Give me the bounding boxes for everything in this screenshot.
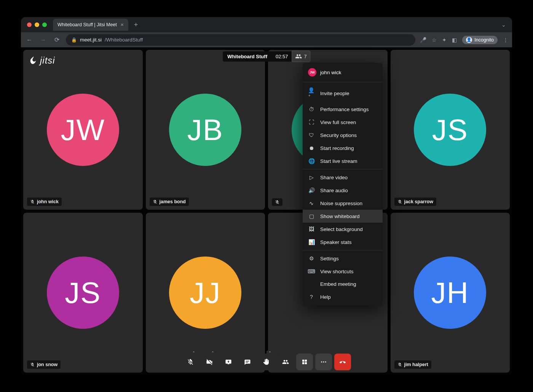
- people-icon: [282, 359, 289, 365]
- svg-point-2: [325, 362, 326, 363]
- camera-options-caret[interactable]: ⌃: [209, 351, 216, 355]
- browser-tabbar: Whiteboard Stuff | Jitsi Meet × + ⌄: [21, 17, 512, 32]
- close-window-icon[interactable]: [27, 22, 32, 27]
- app-content: JWjohn wickJBjames bondJSjack sparrowJSj…: [21, 48, 512, 375]
- menu-item-settings[interactable]: ⚙Settings: [303, 252, 383, 265]
- menu-item-show-whiteboard[interactable]: ▢Show whiteboard: [303, 210, 383, 223]
- menu-item-view-shortcuts[interactable]: ⌨View shortcuts: [303, 265, 383, 278]
- meeting-toolbar: ⌃ ⌃ ⌃: [182, 354, 351, 370]
- menu-item-select-background[interactable]: 🖼Select background: [303, 223, 383, 236]
- menu-item-view-full-screen[interactable]: ⛶View full screen: [303, 116, 383, 129]
- people-icon: [295, 53, 302, 60]
- menu-item-invite-people[interactable]: 👤⁺Invite people: [303, 84, 383, 103]
- mic-toggle-button[interactable]: ⌃: [182, 354, 199, 370]
- url-input[interactable]: 🔒 meet.jit.si/WhiteboardStuff: [66, 34, 415, 46]
- menu-item-start-recording[interactable]: ⏺Start recording: [303, 142, 383, 155]
- menu-current-user[interactable]: JW john wick: [303, 65, 383, 80]
- participant-name: jim halpert: [404, 362, 428, 367]
- room-name: Whiteboard Stuff: [223, 51, 272, 62]
- hand-icon: [263, 359, 270, 365]
- menu-item-icon: ⏺: [308, 145, 315, 151]
- participant-tile[interactable]: JHjim halpert: [391, 213, 510, 373]
- mic-off-icon: [397, 199, 402, 204]
- menu-item-speaker-stats[interactable]: 📊Speaker stats: [303, 236, 383, 249]
- bookmark-icon[interactable]: ☆: [432, 37, 437, 43]
- mic-off-icon: [153, 199, 157, 204]
- participant-tile[interactable]: JSjack sparrow: [391, 50, 510, 210]
- more-actions-menu: JW john wick 👤⁺Invite people⏱Performance…: [303, 63, 383, 306]
- menu-item-label: Security options: [320, 132, 357, 138]
- grid-icon: [301, 359, 308, 365]
- url-host: meet.jit.si: [80, 37, 102, 43]
- participant-tile[interactable]: JSjon snow: [23, 213, 143, 373]
- browser-window: Whiteboard Stuff | Jitsi Meet × + ⌄ ← → …: [21, 17, 512, 375]
- menu-item-noise-suppression[interactable]: ∿Noise suppression: [303, 197, 383, 210]
- menu-item-icon: ?: [308, 294, 315, 300]
- raise-hand-button[interactable]: ⌃: [258, 354, 275, 370]
- extensions-icon[interactable]: ✦: [442, 37, 447, 43]
- mic-off-icon: [397, 362, 402, 367]
- menu-item-embed-meeting[interactable]: Embed meeting: [303, 278, 383, 290]
- menu-separator: [303, 250, 383, 250]
- browser-tab[interactable]: Whiteboard Stuff | Jitsi Meet ×: [53, 19, 128, 31]
- menu-item-icon: ⌨: [308, 268, 315, 274]
- reactions-caret[interactable]: ⌃: [266, 351, 273, 355]
- menu-item-start-live-stream[interactable]: 🌐Start live stream: [303, 155, 383, 167]
- meeting-timer: 02:57: [272, 51, 292, 62]
- screenshare-icon: [225, 359, 232, 365]
- participants-button[interactable]: [277, 354, 294, 370]
- side-panel-icon[interactable]: ◧: [452, 37, 457, 43]
- lock-icon: 🔒: [71, 37, 77, 43]
- participant-name: jon snow: [37, 362, 57, 367]
- mac-traffic-lights[interactable]: [25, 22, 51, 27]
- hangup-button[interactable]: [334, 354, 351, 370]
- participant-name-badge: jon snow: [27, 360, 61, 369]
- chrome-menu-icon[interactable]: ⋮: [503, 37, 508, 43]
- menu-item-share-audio[interactable]: 🔊Share audio: [303, 184, 383, 197]
- meeting-info-bar: Whiteboard Stuff 02:57 7: [223, 51, 310, 62]
- participant-tile[interactable]: JJ: [146, 213, 265, 373]
- new-tab-button[interactable]: +: [131, 19, 141, 30]
- tile-view-button[interactable]: [296, 354, 313, 370]
- more-horizontal-icon: [320, 359, 327, 365]
- tab-overflow-icon[interactable]: ⌄: [501, 22, 508, 28]
- participant-tile[interactable]: JBjames bond: [146, 50, 265, 210]
- more-actions-button[interactable]: [315, 354, 332, 370]
- menu-item-icon: 🔊: [308, 187, 315, 193]
- menu-item-performance-settings[interactable]: ⏱Performance settings: [303, 103, 383, 116]
- participant-tile[interactable]: JWjohn wick: [23, 50, 143, 210]
- mic-options-caret[interactable]: ⌃: [190, 351, 197, 355]
- menu-item-label: Invite people: [320, 91, 349, 96]
- minimize-window-icon[interactable]: [35, 22, 39, 27]
- close-tab-icon[interactable]: ×: [121, 22, 124, 28]
- camera-toggle-button[interactable]: ⌃: [201, 354, 218, 370]
- participant-name-badge: [272, 198, 282, 206]
- avatar: JS: [47, 257, 119, 329]
- menu-item-icon: 📊: [308, 239, 315, 245]
- incognito-icon: 👤: [466, 37, 472, 43]
- forward-button[interactable]: →: [38, 37, 48, 43]
- menu-item-help[interactable]: ?Help: [303, 290, 383, 303]
- maximize-window-icon[interactable]: [42, 22, 47, 27]
- voice-search-icon[interactable]: 🎤: [420, 37, 426, 43]
- menu-item-label: Noise suppression: [320, 201, 362, 206]
- participant-count-button[interactable]: 7: [292, 51, 310, 62]
- menu-item-share-video[interactable]: ▷Share video: [303, 171, 383, 184]
- participant-name-badge: james bond: [150, 198, 189, 206]
- menu-item-icon: ▢: [308, 213, 315, 219]
- incognito-badge[interactable]: 👤 Incognito: [462, 36, 498, 44]
- chat-button[interactable]: [239, 354, 256, 370]
- menu-item-label: Help: [320, 294, 331, 300]
- menu-item-icon: 👤⁺: [308, 87, 315, 99]
- mic-off-icon: [187, 359, 194, 365]
- reload-button[interactable]: ⟳: [52, 36, 61, 43]
- participant-name-badge: jim halpert: [394, 360, 431, 369]
- participant-count: 7: [304, 54, 307, 59]
- menu-item-label: Embed meeting: [320, 281, 356, 287]
- avatar: JS: [414, 94, 486, 166]
- svg-point-1: [323, 362, 324, 363]
- screenshare-button[interactable]: [220, 354, 237, 370]
- back-button[interactable]: ←: [25, 37, 34, 43]
- menu-item-label: Performance settings: [320, 107, 369, 112]
- menu-item-security-options[interactable]: 🛡Security options: [303, 129, 383, 142]
